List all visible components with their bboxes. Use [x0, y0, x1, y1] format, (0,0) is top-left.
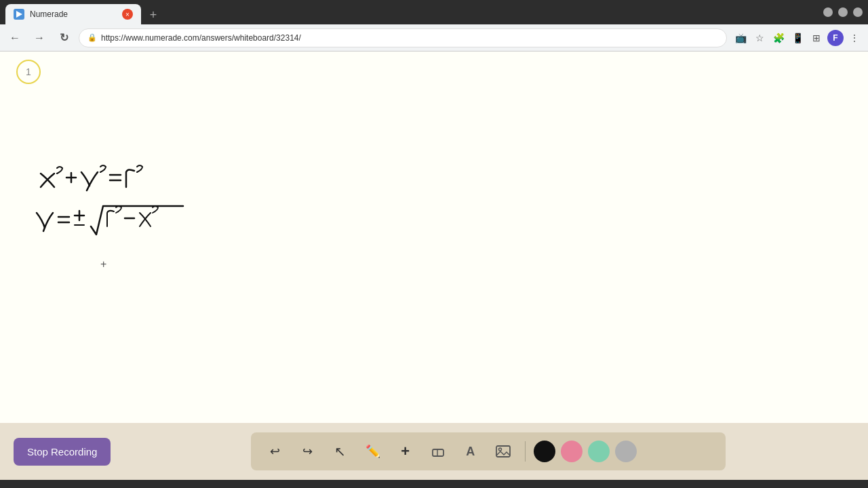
extension-icon[interactable]: 🧩 — [770, 30, 787, 46]
maximize-button[interactable] — [838, 7, 848, 17]
screenshots-icon[interactable]: 📱 — [789, 30, 806, 46]
pen-tool-button[interactable]: ✏️ — [359, 438, 387, 465]
svg-point-13 — [498, 448, 501, 451]
cast-icon[interactable]: 📺 — [732, 30, 749, 46]
redo-button[interactable]: ↪ — [294, 438, 321, 465]
undo-button[interactable]: ↩ — [262, 438, 289, 465]
title-bar: Numerade × + — [0, 0, 868, 24]
forward-button[interactable]: → — [30, 28, 49, 47]
favicon-icon — [16, 11, 22, 18]
tab-title: Numerade — [30, 9, 117, 19]
bottom-area: Stop Recording ↩ ↪ ↖ ✏️ + A — [0, 423, 868, 480]
address-bar: ← → ↻ 🔒 https://www.numerade.com/answers… — [0, 24, 868, 52]
bookmark-icon[interactable]: ☆ — [751, 30, 768, 46]
image-icon — [495, 443, 511, 460]
add-tool-button[interactable]: + — [392, 438, 419, 465]
eraser-icon — [431, 444, 446, 459]
minimize-button[interactable] — [823, 7, 833, 17]
eraser-tool-button[interactable] — [425, 438, 452, 465]
tab-favicon — [14, 9, 24, 20]
color-black-button[interactable] — [534, 441, 555, 462]
url-text: https://www.numerade.com/answers/whitebo… — [101, 33, 301, 43]
apps-icon[interactable]: ⊞ — [808, 30, 825, 46]
address-actions: 📺 ☆ 🧩 📱 ⊞ F ⋮ — [732, 30, 863, 46]
window-controls — [823, 7, 863, 17]
svg-rect-10 — [433, 449, 443, 456]
color-green-button[interactable] — [588, 441, 610, 462]
url-bar[interactable]: 🔒 https://www.numerade.com/answers/white… — [79, 28, 727, 47]
select-tool-button[interactable]: ↖ — [327, 438, 354, 465]
stop-recording-button[interactable]: Stop Recording — [14, 438, 111, 466]
lock-icon: 🔒 — [87, 33, 97, 42]
whiteboard[interactable]: 1 — [0, 52, 868, 423]
profile-avatar[interactable]: F — [827, 30, 844, 46]
svg-rect-12 — [496, 446, 510, 457]
math-equations — [27, 153, 217, 262]
window-close-button[interactable] — [853, 7, 863, 17]
reload-button[interactable]: ↻ — [54, 28, 73, 47]
color-gray-button[interactable] — [615, 441, 637, 462]
toolbar-separator — [525, 441, 526, 462]
image-tool-button[interactable] — [490, 438, 517, 465]
page-number: 1 — [16, 60, 41, 84]
back-button[interactable]: ← — [5, 28, 24, 47]
tab-close-button[interactable]: × — [122, 9, 133, 20]
browser-tab[interactable]: Numerade × — [5, 4, 141, 24]
menu-icon[interactable]: ⋮ — [846, 30, 863, 46]
text-tool-button[interactable]: A — [457, 438, 484, 465]
new-tab-button[interactable]: + — [144, 5, 163, 24]
toolbar: ↩ ↪ ↖ ✏️ + A — [251, 432, 726, 470]
color-pink-button[interactable] — [561, 441, 583, 462]
